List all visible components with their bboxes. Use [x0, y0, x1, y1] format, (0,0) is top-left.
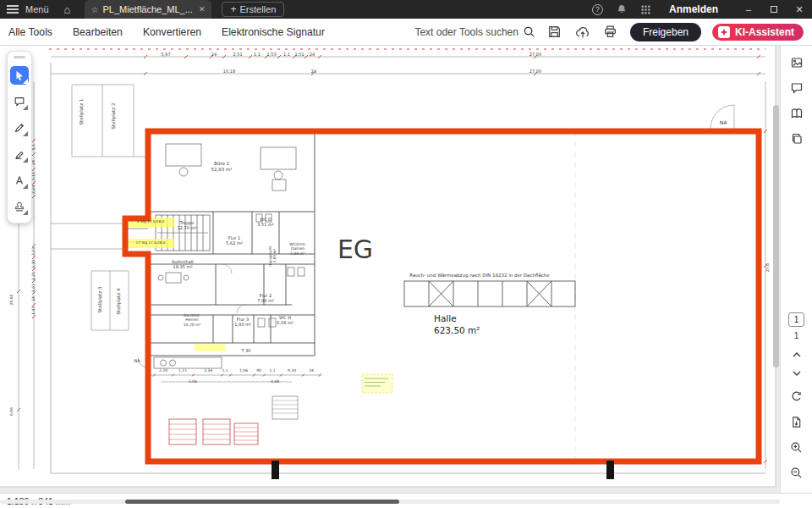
right-panel: 1 1 [780, 46, 812, 493]
plan-label: Treppe 12,70 m² [178, 220, 197, 230]
search-box[interactable] [409, 25, 535, 38]
document-tab[interactable]: ☆ PL_Mietfläche_ML_... ✕ [85, 0, 212, 19]
chevron-down-icon [792, 370, 802, 377]
plan-label: 27,00 [529, 52, 541, 57]
search-input[interactable] [409, 26, 518, 38]
draw-tool-button[interactable] [10, 119, 29, 137]
plan-label: 5,06 [189, 379, 197, 384]
plan-labels-layer: EGHalle623,50 m²Rauch- und Wärmeabzug na… [0, 46, 780, 493]
highlight-tool-button[interactable] [10, 145, 29, 163]
menubar-item-alle-tools[interactable]: Alle Tools [8, 26, 52, 38]
plan-label: 24 [31, 296, 36, 301]
comments-button[interactable] [787, 78, 807, 98]
copy-pages-icon [790, 132, 804, 146]
previous-page-button[interactable] [788, 349, 805, 361]
zoom-in-button[interactable] [787, 437, 807, 457]
vertical-scrollbar[interactable] [772, 46, 779, 493]
reader-button[interactable] [787, 103, 807, 124]
plan-label: 1,11 [31, 172, 36, 180]
bell-icon[interactable] [616, 3, 628, 15]
plan-label: Du./Uml. Herren 10,20 m² [184, 313, 201, 327]
plan-label: 2,20 [159, 368, 167, 373]
export-page-button[interactable] [787, 411, 807, 432]
plan-label: 1,51 [294, 52, 304, 57]
close-button[interactable]: ✕ [787, 0, 812, 19]
refresh-button[interactable] [787, 386, 807, 406]
thumbnails-icon [790, 56, 804, 69]
plan-label: 4 Stg 17,5/28,0 [137, 219, 164, 224]
plan-label: 17 Stg 17,5/28,0 [135, 240, 165, 245]
left-tools-panel [7, 51, 32, 224]
plan-label: 3,23 [31, 247, 36, 256]
plan-label: WC D 3,51 m² [257, 217, 274, 227]
current-page-input[interactable]: 1 [788, 312, 804, 327]
plan-label: 20,60 [9, 295, 14, 306]
plan-label: 1,67 [31, 284, 36, 292]
ai-assistant-button[interactable]: KI-Assistent [712, 24, 804, 41]
minimize-button[interactable]: – [736, 0, 761, 19]
tab-title: PL_Mietfläche_ML_... [103, 4, 193, 14]
save-icon[interactable] [546, 24, 563, 41]
plan-label: 24 [31, 160, 36, 165]
plan-label: NA [134, 358, 140, 363]
plan-label: 5,1 [31, 144, 36, 150]
document-canvas[interactable]: EGHalle623,50 m²Rauch- und Wärmeabzug na… [0, 46, 780, 493]
menubar-item-signatur[interactable]: Elektronische Signatur [222, 26, 325, 38]
apps-grid-icon[interactable] [640, 4, 651, 15]
comment-tool-button[interactable] [10, 92, 29, 111]
menubar-item-bearbeiten[interactable]: Bearbeiten [73, 26, 123, 38]
maximize-icon [771, 6, 777, 13]
plan-label: Rauch- und Wärmeabzug nach DIN 18232 in … [409, 273, 549, 279]
zoom-in-icon [790, 441, 803, 454]
home-icon[interactable]: ⌂ [58, 0, 78, 19]
plan-label: 1,1 [283, 52, 290, 57]
thumbnails-button[interactable] [787, 52, 807, 73]
plan-label: 2,24 [31, 185, 36, 194]
plan-label: 10,18 [223, 69, 235, 74]
plan-label: 1,1 [222, 368, 228, 373]
copy-pages-button[interactable] [787, 129, 807, 149]
plan-label: 1,06 [239, 368, 248, 373]
create-button[interactable]: + Erstellen [222, 2, 284, 17]
help-icon[interactable]: ? [592, 4, 603, 15]
plan-label: 1,1 [254, 52, 261, 57]
vertical-scrollbar-thumb[interactable] [773, 105, 779, 367]
plan-label: 623,50 m² [434, 325, 480, 336]
menu-label[interactable]: Menü [25, 4, 49, 14]
select-tool-button[interactable] [10, 66, 29, 85]
plan-label: NA [720, 119, 727, 125]
hamburger-menu-icon[interactable] [0, 0, 25, 19]
plan-label: 24 [310, 52, 315, 57]
refresh-icon [790, 390, 803, 403]
tab-close-icon[interactable]: ✕ [199, 5, 206, 14]
cloud-upload-icon[interactable] [574, 24, 591, 41]
zoom-out-button[interactable] [787, 462, 807, 483]
plan-label: 27,0 [765, 263, 770, 272]
maximize-button[interactable] [761, 0, 787, 19]
plan-label: Stellplatz 2 [111, 103, 117, 130]
sign-in-button[interactable]: Anmelden [669, 3, 718, 15]
next-page-button[interactable] [788, 367, 805, 379]
plan-label: Aufenthalt 18,35 m² [172, 259, 194, 269]
add-text-tool-button[interactable] [10, 171, 29, 190]
panel-grip[interactable] [14, 56, 25, 58]
plan-label: Stellplatz 1 [79, 99, 85, 125]
horizontal-scrollbar-thumb[interactable] [125, 500, 399, 504]
plan-label: 1,11 [178, 368, 187, 373]
share-button[interactable]: Freigeben [630, 23, 701, 41]
star-icon[interactable]: ☆ [91, 5, 99, 14]
plan-label: 1,21 [31, 272, 36, 280]
search-icon[interactable] [523, 25, 535, 38]
create-label: Erstellen [239, 4, 276, 14]
plan-label: 5,67 [161, 52, 170, 57]
plan-label: 24 [211, 52, 217, 57]
plan-label: Halle [434, 313, 457, 324]
menubar-item-konvertieren[interactable]: Konvertieren [143, 26, 201, 38]
plan-label: WC H 6,08 m² [277, 315, 294, 325]
reader-icon [790, 107, 804, 120]
chevron-up-icon [792, 351, 802, 358]
plan-label: 9,30 [288, 368, 296, 373]
ki-assistent-icon [718, 26, 730, 38]
stamp-tool-button[interactable] [10, 197, 29, 216]
print-icon[interactable] [602, 24, 619, 41]
